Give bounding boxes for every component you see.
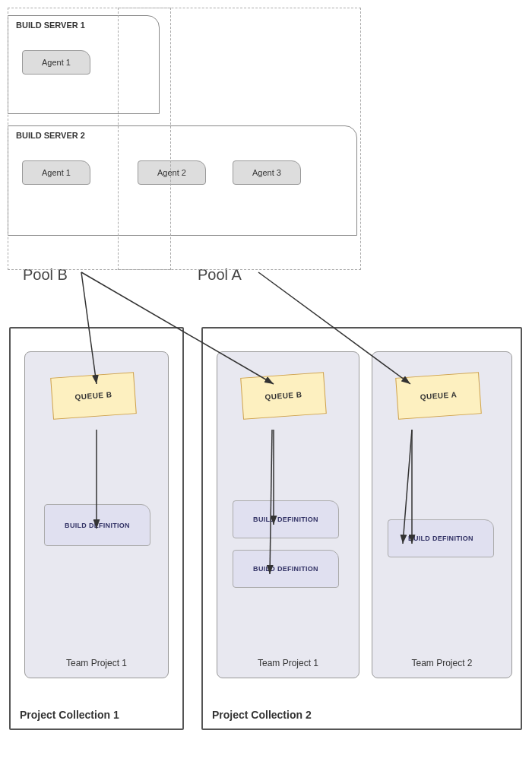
project-collection-2: Project Collection 2 Team Project 1 QUEU… — [201, 327, 522, 730]
build-def-2-c2: BUILD DEFINITION — [233, 550, 339, 588]
team-project-1-c1: Team Project 1 QUEUE B BUILD DEFINITION — [24, 351, 169, 678]
pool-a-box — [118, 8, 361, 270]
collection-2-label: Project Collection 2 — [212, 709, 312, 721]
project-collection-1: Project Collection 1 Team Project 1 QUEU… — [9, 327, 184, 730]
diagram-container: BUILD SERVER 1 Agent 1 BUILD SERVER 2 Ag… — [0, 0, 532, 765]
tp1-c1-label: Team Project 1 — [25, 658, 168, 668]
tp1-c2-label: Team Project 1 — [217, 658, 359, 668]
collection-1-label: Project Collection 1 — [20, 709, 119, 721]
queue-b-c2: QUEUE B — [240, 372, 327, 420]
team-project-2-c2: Team Project 2 QUEUE A BUILD DEFINITION — [372, 351, 512, 678]
build-def-tp2-c2: BUILD DEFINITION — [388, 519, 494, 557]
build-def-1-c2: BUILD DEFINITION — [233, 500, 339, 538]
queue-a-c2: QUEUE A — [395, 372, 482, 420]
queue-b-c1: QUEUE B — [50, 372, 137, 420]
team-project-1-c2: Team Project 1 QUEUE B BUILD DEFINITION … — [217, 351, 359, 678]
tp2-c2-label: Team Project 2 — [372, 658, 511, 668]
build-def-c1: BUILD DEFINITION — [44, 504, 150, 546]
